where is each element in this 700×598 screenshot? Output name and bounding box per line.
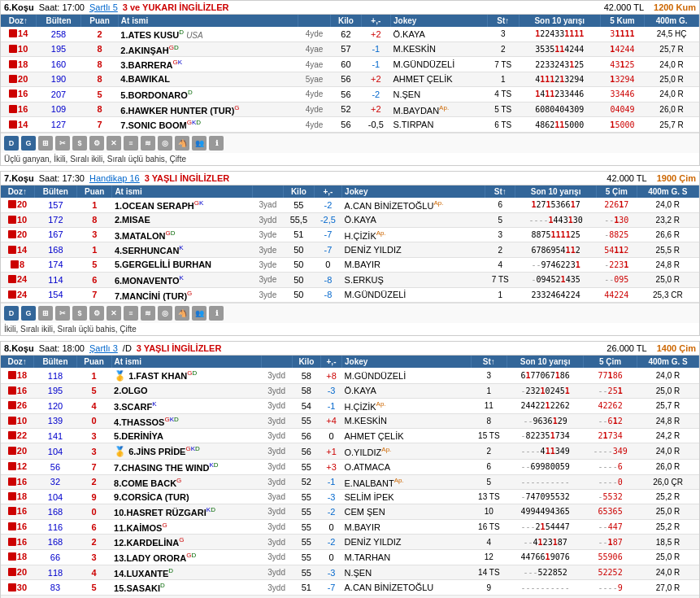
col-puan[interactable]: Puan — [76, 356, 111, 368]
cell-5c: ----6 — [584, 459, 637, 474]
bet-icon-table[interactable]: ⊞ — [38, 136, 53, 151]
cell-st: 1 — [471, 383, 507, 398]
col-st[interactable]: St↑ — [487, 15, 519, 27]
bet-icon-info[interactable]: ℹ — [209, 306, 224, 321]
col-puan[interactable]: Puan — [77, 186, 112, 198]
cell-doz: 14 — [1, 27, 36, 41]
cell-bulten: 154 — [34, 287, 76, 303]
table-row: 18 160 8 3.BARRERAGK 4yae 60 -1 M.GÜNDÜZ… — [1, 57, 699, 72]
col-kilo[interactable]: Kilo — [283, 186, 314, 198]
bet-icon-person[interactable]: ✕ — [107, 306, 121, 321]
race-condition-link[interactable]: Şartlı 3 — [89, 343, 118, 353]
bet-icon-table[interactable]: ⊞ — [38, 306, 53, 321]
cell-puan: 1 — [77, 198, 112, 212]
cell-son10: 8875111125 — [515, 227, 597, 242]
col-doz[interactable]: Doz↑ — [1, 186, 34, 198]
bet-icon-d[interactable]: D — [4, 136, 19, 151]
cell-400: 26,0 R — [637, 459, 699, 474]
cell-puan: 8 — [81, 41, 119, 57]
bet-icon-horse[interactable]: 🐴 — [175, 136, 189, 151]
col-kilo[interactable]: Kilo — [331, 15, 362, 27]
col-bulten[interactable]: Bülten — [36, 15, 80, 27]
cell-400: 23,7 R — [637, 596, 699, 598]
cell-bulten: 139 — [34, 413, 76, 429]
cell-pm: -3 — [321, 490, 342, 504]
bet-icon-dollar[interactable]: $ — [72, 306, 87, 321]
cell-st: 5 — [471, 474, 507, 490]
cell-pm: -7 — [321, 580, 342, 596]
cell-bulten: 32 — [34, 474, 76, 490]
cell-doz: 14 — [1, 117, 36, 133]
cell-doz: 24 — [1, 287, 34, 303]
cell-puan: 7 — [81, 117, 119, 133]
col-400: 400m G. S — [637, 186, 698, 198]
bet-icon-stats[interactable]: ≡ — [124, 136, 138, 151]
race-condition-link[interactable]: Şartlı 5 — [89, 2, 118, 12]
cell-400: 25,2 R — [637, 519, 699, 535]
race-num: 7.Koşu — [4, 173, 34, 183]
table-row: 20 167 3 3.MATALONGD 3yde 51 -7 H.ÇİZİKA… — [1, 227, 699, 242]
bet-icon-g[interactable]: G — [21, 136, 36, 151]
cell-yas: 3yde — [252, 227, 283, 242]
cell-400: 25,0 R — [637, 383, 699, 398]
cell-400: 24,0 R — [637, 443, 699, 460]
col-bulten[interactable]: Bülten — [34, 356, 76, 368]
cell-5c: ----00 — [584, 596, 637, 598]
cell-kilo: 57 — [331, 41, 362, 57]
cell-doz: 20 — [1, 72, 36, 86]
bet-icon-d[interactable]: D — [4, 306, 19, 321]
col-kilo[interactable]: Kilo — [292, 356, 320, 368]
col-yas — [252, 186, 283, 198]
bet-icon-people[interactable]: 👥 — [192, 306, 207, 321]
cell-5c: 77186 — [584, 368, 637, 383]
cell-son10: -094521435 — [515, 272, 597, 287]
bet-icon-wave[interactable]: ≋ — [141, 136, 155, 151]
bet-icon-person[interactable]: ✕ — [107, 136, 121, 151]
cell-at: 4.THASSOSGKD — [111, 413, 261, 429]
cell-bulten: 172 — [34, 212, 76, 227]
col-st[interactable]: St↑ — [471, 356, 507, 368]
cell-at: 2.MISAE — [112, 212, 252, 227]
cell-son10: ---------- — [507, 474, 584, 490]
bet-icon-circle[interactable]: ◎ — [158, 306, 172, 321]
cell-doz: 18 — [1, 57, 36, 72]
cell-pm: +4 — [321, 413, 342, 429]
cell-pm: 0 — [314, 257, 341, 272]
bet-icon-chart[interactable]: ✂ — [55, 136, 70, 151]
cell-kilo: 58 — [292, 383, 320, 398]
cell-puan: 4 — [76, 398, 111, 413]
col-bulten[interactable]: Bülten — [34, 186, 76, 198]
table-row: 10 195 8 2.AKINŞAHGD 4yae 57 -1 M.KESKİN… — [1, 41, 699, 57]
race-condition-link[interactable]: Handikap 16 — [89, 173, 140, 183]
cell-puan: 5 — [77, 257, 112, 272]
race-condition-extra: /D — [123, 343, 132, 353]
bet-icon-wave[interactable]: ≋ — [141, 306, 155, 321]
cell-st: 8 — [471, 413, 507, 429]
cell-son10: 4476619076 — [507, 550, 584, 565]
cell-st: 10 — [471, 504, 507, 520]
cell-5c: 31111 — [600, 27, 645, 41]
cell-st: 15 TS — [471, 429, 507, 443]
col-st[interactable]: St↑ — [485, 186, 515, 198]
bet-icon-horse[interactable]: 🐴 — [175, 306, 189, 321]
cell-jokey: DENİZ YILDIZ — [341, 535, 471, 550]
bet-icon-gear[interactable]: ⚙ — [89, 306, 104, 321]
cell-pm: -3 — [321, 383, 342, 398]
bet-icon-gear[interactable]: ⚙ — [89, 136, 104, 151]
bet-icon-info[interactable]: ℹ — [209, 136, 224, 151]
bet-icon-chart[interactable]: ✂ — [55, 306, 70, 321]
race-prize: 42.000 TL — [607, 173, 646, 183]
col-doz[interactable]: Doz↑ — [1, 15, 36, 27]
cell-st: 12 — [471, 550, 507, 565]
cell-bulten: 195 — [34, 383, 76, 398]
bet-icon-g[interactable]: G — [21, 306, 36, 321]
col-puan[interactable]: Puan — [81, 15, 119, 27]
bet-icon-circle[interactable]: ◎ — [158, 136, 172, 151]
cell-at: 8.COME BACKG — [111, 474, 261, 490]
bet-icon-stats[interactable]: ≡ — [124, 306, 138, 321]
cell-5c: --095 — [596, 272, 637, 287]
bet-icon-dollar[interactable]: $ — [72, 136, 87, 151]
col-doz[interactable]: Doz↑ — [1, 356, 34, 368]
bet-icon-people[interactable]: 👥 — [192, 136, 207, 151]
cell-bulten: 109 — [36, 102, 80, 117]
